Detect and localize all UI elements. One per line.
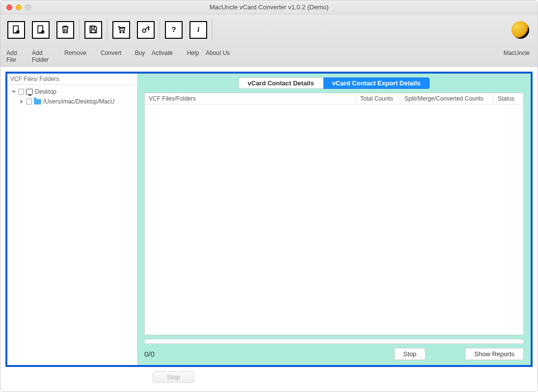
svg-point-8	[142, 29, 146, 32]
right-panel: vCard Contact Details vCard Contact Expo…	[137, 74, 531, 365]
tree-label-desktop: Desktop	[35, 88, 56, 95]
key-icon	[141, 25, 151, 36]
content-frame: VCF Files/ Folders Desktop	[5, 72, 533, 367]
progress-counter: 0/0	[144, 350, 389, 358]
checkbox-desktop[interactable]	[18, 89, 24, 95]
tab-export-details[interactable]: vCard Contact Export Details	[323, 78, 430, 89]
svg-text:i: i	[197, 26, 200, 33]
file-tree: Desktop /Users/imac/Desktop/MacU	[7, 85, 137, 108]
bottom-row: 0/0 Stop Show Reports	[144, 348, 524, 360]
help-button[interactable]: ?	[165, 21, 183, 39]
desktop-icon	[26, 89, 33, 95]
toolbar: ? i	[0, 14, 538, 41]
help-icon: ?	[169, 25, 179, 36]
disclosure-down-icon[interactable]	[11, 89, 16, 94]
left-panel: VCF Files/ Folders Desktop	[7, 74, 137, 365]
tree-label-folder: /Users/imac/Desktop/MacU	[43, 98, 114, 105]
buy-label: Buy	[130, 50, 150, 63]
body-area: VCF Files/ Folders Desktop	[0, 67, 538, 392]
export-table: VCF Files/Folders Total Counts Split/Mer…	[144, 93, 524, 335]
about-button[interactable]: i	[189, 21, 207, 39]
window-title: MacUncle vCard Converter v1.0.2 (Demo)	[0, 3, 538, 11]
brand-logo	[508, 19, 533, 41]
titlebar: MacUncle vCard Converter v1.0.2 (Demo)	[0, 0, 538, 14]
progress-bar	[144, 339, 524, 344]
col-files[interactable]: VCF Files/Folders	[145, 93, 356, 104]
show-reports-button[interactable]: Show Reports	[465, 348, 524, 360]
activate-button[interactable]	[137, 21, 155, 39]
tab-row: vCard Contact Details vCard Contact Expo…	[144, 78, 524, 89]
tree-row-folder[interactable]: /Users/imac/Desktop/MacU	[10, 97, 134, 106]
table-header: VCF Files/Folders Total Counts Split/Mer…	[145, 93, 523, 105]
convert-label: Convert	[92, 50, 130, 63]
trash-icon	[60, 25, 70, 36]
macuncle-logo-icon	[511, 21, 529, 39]
col-status[interactable]: Status	[494, 93, 523, 104]
toolbar-area: ? i Add File Add Folder Remove Convert B…	[0, 14, 538, 67]
add-file-icon	[11, 25, 21, 36]
info-icon: i	[193, 25, 203, 36]
tab-contact-details[interactable]: vCard Contact Details	[239, 78, 323, 89]
close-icon[interactable]	[6, 4, 12, 10]
remove-label: Remove	[62, 50, 92, 63]
brand-label: MacUncle	[502, 50, 534, 63]
folder-icon	[34, 99, 41, 105]
svg-text:?: ?	[171, 25, 176, 33]
add-file-button[interactable]	[7, 21, 25, 39]
convert-button[interactable]	[84, 21, 102, 39]
maximize-icon	[25, 4, 31, 10]
about-label: About Us	[204, 50, 238, 63]
app-window: MacUncle vCard Converter v1.0.2 (Demo)	[0, 0, 538, 392]
svg-rect-4	[91, 26, 95, 28]
left-panel-header: VCF Files/ Folders	[7, 74, 137, 85]
toolbar-labels: Add File Add Folder Remove Convert Buy A…	[0, 41, 538, 66]
stop-button[interactable]: Stop	[394, 348, 426, 360]
activate-label: Activate	[150, 50, 182, 63]
remove-button[interactable]	[56, 21, 74, 39]
svg-point-6	[120, 31, 121, 33]
stop-main-button[interactable]: Stop	[153, 371, 194, 383]
save-icon	[88, 25, 98, 36]
tree-row-desktop[interactable]: Desktop	[10, 87, 134, 97]
bottom-bar: Stop	[5, 367, 533, 387]
col-split[interactable]: Split/Merge/Converted Counts	[401, 93, 494, 104]
minimize-icon[interactable]	[16, 4, 22, 10]
cart-icon	[116, 25, 126, 36]
col-total[interactable]: Total Counts	[356, 93, 401, 104]
add-file-label: Add File	[4, 50, 30, 63]
traffic-lights	[0, 4, 31, 10]
add-folder-label: Add Folder	[30, 50, 62, 63]
svg-rect-5	[91, 29, 95, 32]
add-folder-icon	[36, 25, 46, 36]
buy-button[interactable]	[112, 21, 130, 39]
svg-point-7	[123, 31, 125, 33]
disclosure-right-icon[interactable]	[19, 99, 24, 104]
help-label: Help	[182, 50, 204, 63]
add-folder-button[interactable]	[32, 21, 50, 39]
checkbox-folder[interactable]	[26, 99, 32, 105]
